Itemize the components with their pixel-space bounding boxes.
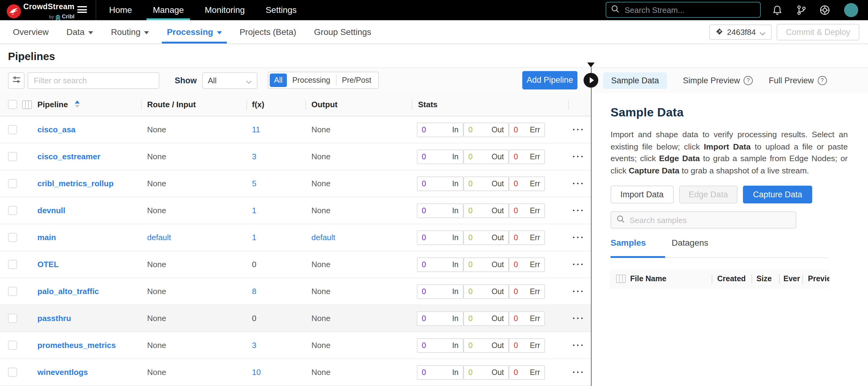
row-actions-button[interactable]: ··· (569, 117, 588, 143)
global-search[interactable] (606, 2, 761, 18)
capture-data-button[interactable]: Capture Data (743, 186, 812, 203)
column-divider (412, 100, 412, 110)
topbar-nav-monitoring[interactable]: Monitoring (204, 0, 246, 20)
preview-tab-full-preview[interactable]: Full Preview? (769, 76, 827, 85)
preview-tab-sample-data[interactable]: Sample Data (603, 72, 667, 89)
column-header-fx[interactable]: f(x) (252, 93, 264, 117)
fx-count[interactable]: 1 (252, 197, 256, 224)
pipeline-link[interactable]: cribl_metrics_rollup (37, 170, 114, 197)
collapse-panel-button[interactable] (584, 73, 598, 88)
filter-search-input[interactable] (28, 73, 159, 88)
subtab-datagens[interactable]: Datagens (672, 238, 708, 253)
import-data-button[interactable]: Import Data (611, 186, 673, 203)
row-checkbox[interactable] (8, 206, 17, 215)
row-checkbox[interactable] (8, 341, 17, 350)
row-actions-button[interactable]: ··· (569, 170, 588, 197)
help-icon[interactable]: ? (817, 76, 827, 85)
output-value[interactable]: default (311, 224, 335, 251)
pipeline-link[interactable]: passthru (37, 305, 71, 331)
stat-out-label: Out (492, 368, 504, 377)
row-actions-button[interactable]: ··· (569, 197, 588, 224)
pipeline-link[interactable]: palo_alto_traffic (37, 278, 99, 304)
show-label: Show (175, 68, 197, 93)
segment-processing[interactable]: Processing (287, 73, 336, 87)
route-input-value[interactable]: default (147, 224, 171, 251)
fx-count[interactable]: 3 (252, 332, 256, 358)
help-icon[interactable]: ? (744, 76, 753, 85)
column-header-route-input[interactable]: Route / Input (147, 93, 196, 117)
row-checkbox[interactable] (8, 260, 17, 269)
show-select[interactable]: All (202, 72, 257, 89)
subtab-active-underline (611, 256, 665, 258)
row-checkbox[interactable] (8, 125, 17, 134)
column-header-output[interactable]: Output (311, 93, 337, 117)
column-header-stats[interactable]: Stats (418, 93, 438, 117)
column-header-pipeline[interactable]: Pipeline (37, 93, 68, 117)
row-checkbox[interactable] (8, 179, 17, 188)
segment-pre-post[interactable]: Pre/Post (337, 73, 377, 87)
sort-ascending-icon[interactable] (75, 100, 80, 108)
fx-count[interactable]: 11 (252, 117, 260, 143)
subnav-item-projects-beta[interactable]: Projects (Beta) (239, 20, 296, 43)
sample-column-file-name[interactable]: File Name (630, 269, 666, 289)
row-actions-button[interactable]: ··· (569, 251, 588, 278)
subnav-item-data[interactable]: Data (66, 20, 93, 43)
add-pipeline-button[interactable]: Add Pipeline (522, 71, 578, 90)
topbar-nav-manage[interactable]: Manage (152, 0, 185, 20)
sample-column-preview[interactable]: Preview (808, 269, 829, 289)
row-checkbox[interactable] (8, 287, 17, 296)
filter-settings-button[interactable] (8, 72, 25, 89)
fx-count[interactable]: 8 (252, 278, 256, 304)
filter-search-field (28, 72, 159, 89)
pipeline-link[interactable]: main (37, 224, 56, 251)
row-checkbox[interactable] (8, 233, 17, 242)
column-settings-icon[interactable] (616, 275, 626, 286)
pipeline-link[interactable]: prometheus_metrics (37, 332, 116, 358)
sample-column-ever[interactable]: Ever (783, 269, 800, 289)
pipeline-link[interactable]: OTEL (37, 251, 59, 278)
topbar-nav-home[interactable]: Home (108, 0, 133, 20)
help-lifering-icon[interactable] (819, 5, 830, 18)
subnav-item-overview[interactable]: Overview (13, 20, 49, 43)
menu-icon[interactable] (77, 6, 87, 14)
pipeline-link[interactable]: devnull (37, 197, 65, 224)
fx-count[interactable]: 1 (252, 224, 256, 251)
commit-deploy-button[interactable]: Commit & Deploy (777, 24, 860, 40)
sample-column-created[interactable]: Created (717, 269, 746, 289)
pipeline-link[interactable]: cisco_estreamer (37, 143, 100, 170)
preview-tab-simple-preview[interactable]: Simple Preview? (683, 76, 753, 85)
row-checkbox[interactable] (8, 152, 17, 161)
row-actions-button[interactable]: ··· (569, 278, 588, 304)
pipeline-link[interactable]: cisco_asa (37, 117, 75, 143)
subnav-item-processing[interactable]: Processing (167, 20, 222, 43)
user-avatar[interactable] (844, 3, 858, 17)
row-actions-button[interactable]: ··· (569, 143, 588, 170)
subtab-samples[interactable]: Samples (611, 238, 646, 253)
row-actions-button[interactable]: ··· (569, 224, 588, 251)
subnav-item-routing[interactable]: Routing (111, 20, 149, 43)
segment-all[interactable]: All (270, 73, 287, 87)
git-branch-icon[interactable] (797, 5, 806, 18)
row-actions-button[interactable]: ··· (569, 332, 588, 358)
row-checkbox[interactable] (8, 314, 17, 323)
topbar-nav-settings[interactable]: Settings (265, 0, 298, 20)
subnav-item-group-settings[interactable]: Group Settings (314, 20, 371, 43)
pipeline-link[interactable]: wineventlogs (37, 359, 88, 385)
version-selector[interactable]: 2463f84 (709, 25, 772, 40)
notifications-bell-icon[interactable] (772, 5, 782, 18)
sample-column-size[interactable]: Size (756, 269, 772, 289)
fx-count[interactable]: 5 (252, 170, 256, 197)
select-all-checkbox[interactable] (8, 100, 17, 109)
row-actions-button[interactable]: ··· (569, 305, 588, 331)
pipeline-row-cisco-estreamer: cisco_estreamerNone3None0In0Out0Err··· (0, 143, 591, 170)
stat-out-value: 0 (468, 260, 473, 269)
samples-search-input[interactable] (628, 215, 784, 225)
fx-count[interactable]: 10 (252, 359, 261, 385)
search-icon (617, 215, 625, 225)
fx-count[interactable]: 3 (252, 143, 256, 170)
crowdstream-brand[interactable]: CrowdStream by Cribl (7, 3, 74, 22)
row-checkbox[interactable] (8, 367, 17, 377)
global-search-input[interactable] (623, 5, 742, 15)
column-settings-icon[interactable] (22, 100, 32, 111)
row-actions-button[interactable]: ··· (569, 359, 588, 385)
